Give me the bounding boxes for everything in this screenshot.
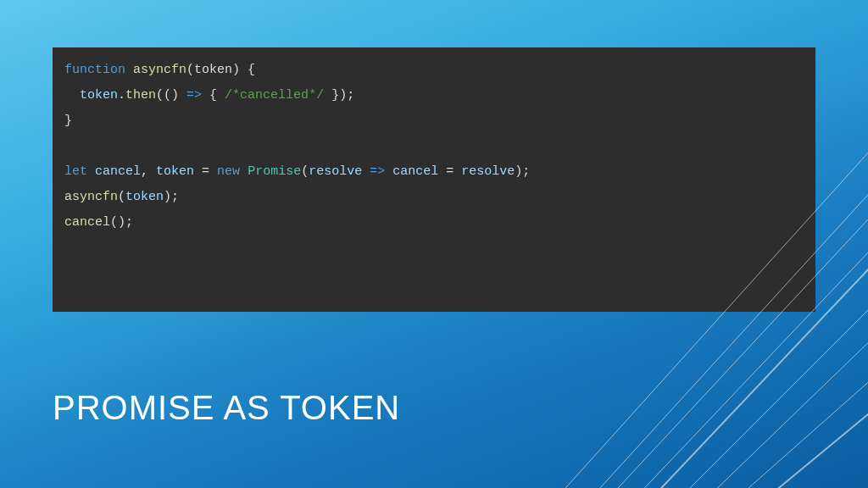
code-token — [64, 88, 80, 103]
code-token: ) { — [232, 63, 255, 77]
code-token: Promise — [248, 164, 301, 179]
presentation-slide: function asyncfn(token) { token.then(() … — [0, 0, 868, 488]
code-token — [125, 63, 133, 77]
svg-line-7 — [707, 386, 868, 488]
code-token: (); — [110, 215, 133, 230]
code-line — [64, 134, 804, 159]
code-token: = — [194, 164, 217, 179]
code-line: let cancel, token = new Promise(resolve … — [64, 159, 804, 185]
code-token: asyncfn — [133, 63, 186, 77]
code-token: token — [194, 63, 232, 77]
code-token: ); — [515, 164, 530, 179]
code-line: asyncfn(token); — [64, 185, 804, 210]
code-token: then — [125, 88, 156, 103]
code-token: resolve — [461, 164, 515, 179]
code-block: function asyncfn(token) { token.then(() … — [53, 47, 815, 312]
code-token: ); — [164, 190, 179, 204]
code-token: function — [64, 63, 125, 77]
code-line: cancel(); — [64, 210, 804, 236]
code-token: (() — [156, 88, 186, 103]
code-token — [385, 164, 392, 179]
code-token — [240, 164, 248, 179]
svg-line-5 — [656, 310, 868, 488]
code-token: cancel — [64, 215, 110, 230]
code-token: = — [438, 164, 461, 179]
code-token: , — [141, 164, 156, 179]
code-line: function asyncfn(token) { — [64, 58, 804, 83]
code-line: token.then(() => { /*cancelled*/ }); — [64, 83, 804, 108]
code-token: ( — [118, 190, 125, 204]
code-token: /*cancelled*/ — [225, 88, 324, 103]
code-token: }); — [324, 88, 354, 103]
code-token: => — [370, 164, 385, 179]
code-token: token — [80, 88, 118, 103]
code-token: asyncfn — [64, 190, 118, 204]
code-token: resolve — [309, 164, 362, 179]
code-line: } — [64, 108, 804, 134]
code-token: ( — [301, 164, 309, 179]
code-token: => — [186, 88, 202, 103]
svg-line-6 — [682, 352, 868, 488]
code-token: token — [156, 164, 194, 179]
code-token: cancel — [95, 164, 141, 179]
code-token: } — [64, 114, 72, 128]
code-token: ( — [186, 63, 194, 77]
slide-title: PROMISE AS TOKEN — [53, 389, 400, 427]
code-token: { — [202, 88, 225, 103]
code-token: . — [118, 88, 125, 103]
code-token — [87, 164, 95, 179]
code-token: token — [125, 190, 164, 204]
code-token — [362, 164, 370, 179]
code-token: new — [217, 164, 240, 179]
code-token: let — [64, 164, 87, 179]
code-token: cancel — [392, 164, 438, 179]
